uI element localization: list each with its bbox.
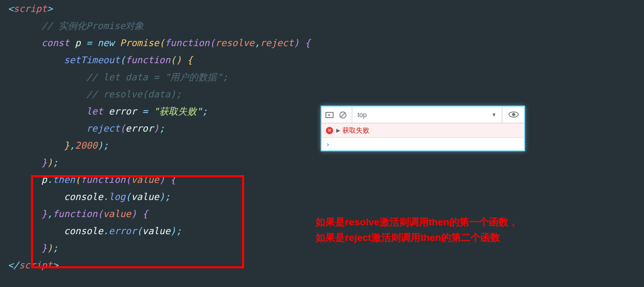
param-value: value bbox=[103, 208, 131, 219]
error-method: error bbox=[109, 225, 137, 236]
paren: ) bbox=[47, 157, 53, 168]
paren: ) bbox=[97, 140, 103, 151]
svg-line-3 bbox=[341, 113, 345, 117]
new-keyword: new bbox=[97, 37, 114, 48]
tag-close-bracket: > bbox=[53, 260, 58, 270]
prompt-icon: › bbox=[326, 140, 330, 148]
paren: ) bbox=[47, 242, 53, 253]
paren: ( bbox=[75, 174, 81, 185]
brace: { bbox=[305, 37, 310, 48]
function-keyword: function bbox=[53, 208, 98, 219]
equals: = bbox=[86, 37, 92, 48]
paren: ( bbox=[97, 208, 103, 219]
paren: ) bbox=[170, 225, 176, 236]
param-reject: reject bbox=[260, 37, 294, 48]
arg-error: error bbox=[126, 123, 154, 134]
param-resolve: resolve bbox=[215, 37, 254, 48]
paren: ) bbox=[159, 174, 165, 185]
paren: ( bbox=[126, 191, 131, 202]
tag-close-bracket: > bbox=[47, 3, 53, 14]
paren: ( bbox=[120, 123, 126, 134]
variable-p: p bbox=[41, 174, 47, 185]
reject-call: reject bbox=[86, 123, 120, 134]
paren: ) bbox=[154, 123, 159, 134]
brace: { bbox=[170, 174, 176, 185]
arg-value: value bbox=[142, 225, 170, 236]
svg-point-5 bbox=[512, 113, 515, 116]
brace: } bbox=[41, 242, 47, 253]
console-toolbar: top ▼ bbox=[322, 107, 524, 123]
tag-open-bracket: < bbox=[8, 3, 13, 14]
chevron-down-icon: ▼ bbox=[491, 112, 497, 118]
console-object: console bbox=[64, 225, 103, 236]
number-literal: 2000 bbox=[75, 140, 97, 151]
paren: ) bbox=[159, 191, 165, 202]
context-selector[interactable]: top ▼ bbox=[352, 107, 502, 123]
let-keyword: let bbox=[86, 106, 103, 117]
variable-error: error bbox=[109, 106, 137, 117]
arg-value: value bbox=[131, 191, 159, 202]
paren: ( bbox=[120, 54, 126, 65]
error-icon: ✕ bbox=[326, 127, 333, 134]
promise-class: Promise bbox=[120, 37, 159, 48]
context-label: top bbox=[357, 111, 367, 119]
error-message: 获取失败 bbox=[342, 126, 369, 135]
brace: { bbox=[142, 208, 148, 219]
brace: { bbox=[187, 54, 193, 65]
paren: ( bbox=[209, 37, 215, 48]
console-error-entry[interactable]: ✕ ▶ 获取失败 bbox=[322, 123, 524, 138]
expand-arrow-icon[interactable]: ▶ bbox=[336, 127, 340, 133]
brace: } bbox=[41, 157, 47, 168]
script-close-tag: script bbox=[19, 260, 53, 270]
function-keyword: function bbox=[165, 37, 210, 48]
console-input-row[interactable]: › bbox=[322, 138, 524, 150]
settimeout-call: setTimeout bbox=[64, 54, 119, 65]
paren: () bbox=[170, 54, 182, 65]
function-keyword: function bbox=[81, 174, 126, 185]
comment-line: // 实例化Promise对象 bbox=[41, 20, 144, 31]
paren: ) bbox=[294, 37, 299, 48]
script-tag: script bbox=[13, 3, 47, 14]
devtools-console[interactable]: top ▼ ✕ ▶ 获取失败 › bbox=[321, 106, 525, 151]
comment-line: // let data = "用户的数据"; bbox=[86, 71, 228, 82]
svg-marker-1 bbox=[328, 114, 331, 116]
function-keyword: function bbox=[126, 54, 171, 65]
clear-console-icon[interactable] bbox=[338, 110, 348, 120]
comment-line: // resolve(data); bbox=[86, 89, 182, 99]
const-keyword: const bbox=[41, 37, 69, 48]
brace: } bbox=[41, 208, 47, 219]
console-object: console bbox=[64, 191, 103, 202]
toggle-panel-icon[interactable] bbox=[325, 110, 334, 120]
string-literal: "获取失败" bbox=[154, 106, 202, 117]
log-method: log bbox=[109, 191, 126, 202]
paren: ( bbox=[137, 225, 142, 236]
paren: ( bbox=[159, 37, 165, 48]
live-expression-icon[interactable] bbox=[506, 109, 521, 120]
then-method: then bbox=[53, 174, 75, 185]
brace: } bbox=[64, 140, 69, 151]
paren: ) bbox=[131, 208, 137, 219]
tag-open-bracket: </ bbox=[8, 260, 19, 270]
variable-p: p bbox=[75, 37, 81, 48]
param-value: value bbox=[131, 174, 159, 185]
annotation-line-2: 如果是reject激活则调用then的第二个函数 bbox=[316, 230, 518, 246]
equals: = bbox=[142, 106, 148, 117]
annotation-overlay: 如果是resolve激活则调用then的第一个函数， 如果是reject激活则调… bbox=[316, 214, 518, 246]
annotation-line-1: 如果是resolve激活则调用then的第一个函数， bbox=[316, 214, 518, 230]
paren: ( bbox=[126, 174, 131, 185]
